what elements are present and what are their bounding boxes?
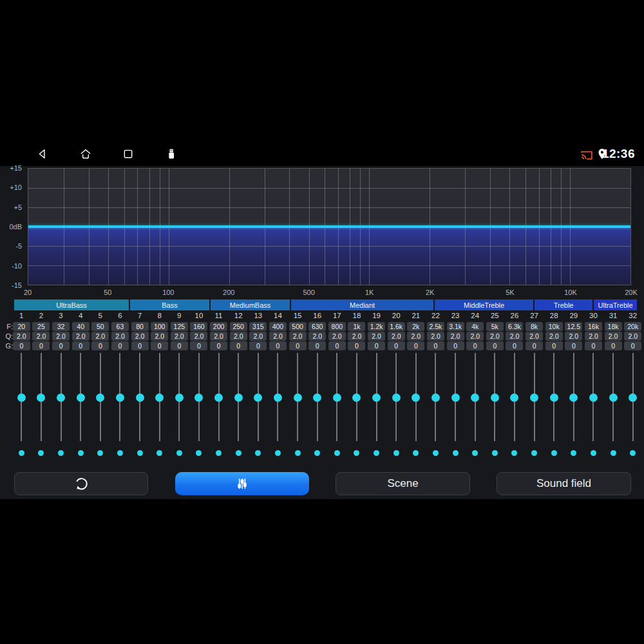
scene-button[interactable]: Scene [336, 472, 470, 495]
gain-slider-knob[interactable] [155, 393, 164, 402]
db-axis-label: -5 [15, 242, 22, 250]
gain-slider-knob[interactable] [491, 393, 499, 402]
gain-slider-knob[interactable] [96, 393, 104, 402]
band-number: 23 [446, 312, 465, 319]
band-q-value: 2.0 [249, 332, 267, 341]
gain-slider-knob[interactable] [194, 393, 203, 402]
gain-slider-knob[interactable] [412, 393, 420, 402]
gain-slider-knob[interactable] [431, 393, 440, 402]
band-indicator-dot[interactable] [492, 450, 498, 456]
band-indicator-dot[interactable] [453, 450, 459, 456]
gain-slider-knob[interactable] [451, 393, 460, 402]
band-indicator-dot[interactable] [472, 450, 478, 456]
band-indicator-dot[interactable] [611, 450, 616, 456]
gain-slider-knob[interactable] [510, 393, 518, 402]
band-gain-value: 0 [72, 341, 90, 350]
recents-icon[interactable] [122, 147, 135, 160]
band-indicator-dot[interactable] [295, 450, 301, 456]
eq-curve-line [28, 225, 630, 228]
band-number: 12 [229, 312, 248, 319]
db-axis-label: 0dB [9, 223, 22, 231]
band-indicator-dot[interactable] [19, 450, 24, 456]
band-indicator-dot[interactable] [374, 450, 379, 456]
band-gain-value: 0 [230, 341, 247, 350]
band-indicator-dot[interactable] [551, 450, 557, 456]
gain-slider-knob[interactable] [333, 393, 341, 402]
band-q-value: 2.0 [368, 332, 385, 341]
band-frequency-value: 20k [624, 322, 641, 331]
sound-field-button[interactable]: Sound field [497, 472, 631, 495]
band-gain-value: 0 [368, 341, 385, 350]
band-indicator-dot[interactable] [137, 450, 143, 456]
gain-slider-knob[interactable] [372, 393, 381, 402]
band-indicator-dot[interactable] [413, 450, 419, 456]
gain-slider-knob[interactable] [17, 393, 26, 402]
home-icon[interactable] [79, 147, 92, 160]
equalizer-button[interactable] [175, 472, 309, 495]
band-indicator-dot[interactable] [176, 450, 182, 456]
gain-slider-knob[interactable] [569, 393, 578, 402]
band-q-value: 2.0 [289, 332, 307, 341]
band-q-value: 2.0 [72, 332, 90, 341]
band-indicator-dot[interactable] [334, 450, 340, 456]
band-indicator-dot[interactable] [38, 450, 44, 456]
band-indicator-dot[interactable] [58, 450, 64, 456]
band-indicator-dot[interactable] [78, 450, 84, 456]
gain-slider-knob[interactable] [629, 393, 637, 402]
gain-slider-knob[interactable] [313, 393, 321, 402]
gain-slider-knob[interactable] [530, 393, 538, 402]
band-indicator-dot[interactable] [393, 450, 399, 456]
band-q-value: 2.0 [565, 332, 582, 341]
reset-button[interactable] [14, 472, 148, 495]
eq-frequency-response-chart[interactable] [28, 168, 631, 285]
gain-slider-knob[interactable] [609, 393, 618, 402]
gain-slider-knob[interactable] [234, 393, 243, 402]
gain-slider-knob[interactable] [274, 393, 282, 402]
band-indicator-dot[interactable] [255, 450, 261, 456]
reset-icon [73, 475, 90, 492]
band-indicator-dot[interactable] [216, 450, 222, 456]
gain-slider-knob[interactable] [175, 393, 184, 402]
gain-slider-knob[interactable] [254, 393, 262, 402]
gain-slider-knob[interactable] [471, 393, 479, 402]
gridline-horizontal [28, 207, 630, 208]
gain-slider-knob[interactable] [214, 393, 223, 402]
band-frequency-value: 12.5 [565, 322, 582, 331]
band-indicator-dot[interactable] [354, 450, 359, 456]
gain-slider-knob[interactable] [550, 393, 558, 402]
band-q-value: 2.0 [328, 332, 346, 341]
band-indicator-dot[interactable] [196, 450, 202, 456]
band-indicator-dot[interactable] [117, 450, 123, 456]
gain-slider-knob[interactable] [589, 393, 598, 402]
band-indicator-dot[interactable] [433, 450, 439, 456]
band-indicator-dot[interactable] [531, 450, 537, 456]
band-number: 10 [189, 312, 209, 319]
gain-slider-knob[interactable] [352, 393, 361, 402]
gain-slider-knob[interactable] [116, 393, 124, 402]
band-gain-value: 0 [13, 341, 30, 350]
band-q-value: 2.0 [190, 332, 207, 341]
band-q-value: 2.0 [427, 332, 444, 341]
band-indicator-dot[interactable] [156, 450, 162, 456]
gain-slider-knob[interactable] [392, 393, 401, 402]
band-number: 29 [564, 312, 583, 319]
band-number: 3 [52, 312, 71, 319]
gain-slider-knob[interactable] [77, 393, 85, 402]
band-indicator-dot[interactable] [511, 450, 517, 456]
band-indicator-dot[interactable] [571, 450, 576, 456]
gain-slider-knob[interactable] [37, 393, 45, 402]
band-number: 7 [130, 312, 149, 319]
band-frequency-value: 40 [72, 322, 90, 331]
band-indicator-dot[interactable] [314, 450, 320, 456]
band-indicator-dot[interactable] [275, 450, 281, 456]
band-gain-value: 0 [427, 341, 444, 350]
band-indicator-dot[interactable] [97, 450, 103, 456]
band-q-value: 2.0 [308, 332, 326, 341]
band-indicator-dot[interactable] [236, 450, 242, 456]
gain-slider-knob[interactable] [136, 393, 144, 402]
band-indicator-dot[interactable] [630, 450, 636, 456]
band-indicator-dot[interactable] [591, 450, 596, 456]
gain-slider-knob[interactable] [57, 393, 65, 402]
back-icon[interactable] [36, 147, 49, 160]
gain-slider-knob[interactable] [294, 393, 302, 402]
